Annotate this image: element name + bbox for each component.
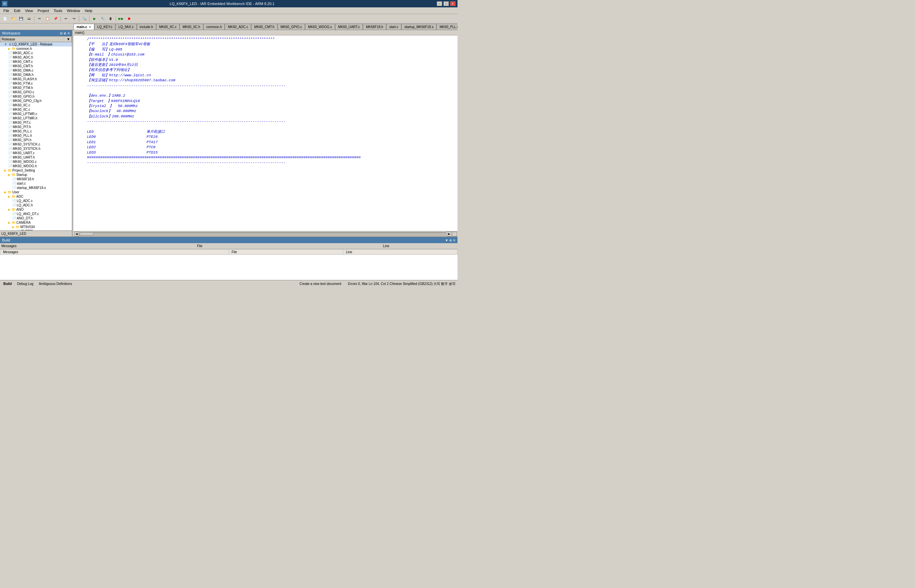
tree-item[interactable]: 📄 MK60_ADC.c bbox=[0, 51, 72, 55]
tree-item[interactable]: 📄 MK60_LPTMR.c bbox=[0, 112, 72, 116]
scroll-track[interactable] bbox=[80, 233, 446, 236]
release-dropdown[interactable]: Release ▼ bbox=[0, 36, 72, 42]
menu-window[interactable]: Window bbox=[65, 8, 82, 13]
tab-mk60-cmt-h[interactable]: MK60_CMT.h bbox=[251, 24, 278, 30]
tab-mk60-gpio-c[interactable]: MK60_GPIO.c bbox=[278, 24, 305, 30]
tree-item[interactable]: 📄 MK60_LPTMR.h bbox=[0, 116, 72, 120]
scroll-right[interactable]: ▶ bbox=[447, 232, 452, 236]
tb-compile[interactable]: ▶ bbox=[91, 15, 98, 23]
menu-help[interactable]: Help bbox=[82, 8, 94, 13]
menu-edit[interactable]: Edit bbox=[12, 8, 23, 13]
tree-item[interactable]: 📄 MK60_UART.c bbox=[0, 151, 72, 155]
minimize-button[interactable]: – bbox=[437, 2, 442, 6]
tree-item[interactable]: ▶ 📁 ADC bbox=[0, 194, 72, 199]
tree-item[interactable]: 📄 MK66F18.h bbox=[0, 177, 72, 181]
tree-item[interactable]: 📄 MK60_DMA.h bbox=[0, 73, 72, 77]
tree-item[interactable]: 📄 MK60_CMT.c bbox=[0, 60, 72, 64]
tab-mk60-iic-h[interactable]: MK60_IIC.h bbox=[179, 24, 203, 30]
close-button[interactable]: ✕ bbox=[450, 2, 455, 6]
tree-item[interactable]: ▶ 📁 Startup bbox=[0, 173, 72, 177]
tree-item[interactable]: 📄 MK60_PIT.c bbox=[0, 120, 72, 125]
tab-ambiguous[interactable]: Ambiguous Definitions bbox=[37, 281, 74, 286]
tb-undo[interactable]: ↩ bbox=[62, 15, 69, 23]
tb-open[interactable]: 📂 bbox=[10, 15, 17, 23]
tree-item[interactable]: 📄 MK60_IIC.c bbox=[0, 103, 72, 107]
tree-item[interactable]: ▶ 📁 common.h bbox=[0, 47, 72, 51]
tab-mk66f18-h[interactable]: MK66F18.h bbox=[363, 24, 386, 30]
menu-project[interactable]: Project bbox=[36, 8, 51, 13]
tree-item[interactable]: ▶ 📁 MT9V034 bbox=[0, 225, 72, 229]
tab-close-main-c[interactable]: ✕ bbox=[89, 26, 91, 29]
scroll-left[interactable]: ◀ bbox=[74, 232, 79, 236]
tab-mk60-wdog-c[interactable]: MK60_WDOG.c bbox=[305, 24, 335, 30]
tree-item[interactable]: 📄 LQ_ADC.c bbox=[0, 199, 72, 203]
scroll-thumb[interactable] bbox=[80, 233, 93, 236]
tree-item[interactable]: 📄 LQ_ANO_DT.c bbox=[0, 212, 72, 216]
tb-redo[interactable]: ↪ bbox=[70, 15, 77, 23]
tab-lq-9ax-c[interactable]: LQ_9AX.c bbox=[115, 24, 137, 30]
tab-build[interactable]: Build bbox=[2, 281, 13, 286]
tab-mk60-iic-c[interactable]: MK60_IIC.c bbox=[156, 24, 179, 30]
tb-cut[interactable]: ✂ bbox=[36, 15, 43, 23]
tab-include-h[interactable]: include.h bbox=[137, 24, 156, 30]
menu-view[interactable]: View bbox=[23, 8, 35, 13]
tree-item[interactable]: 📄 MK60_SYSTICK.c bbox=[0, 142, 72, 147]
tree-item[interactable]: 📄 MK60_CMT.h bbox=[0, 64, 72, 68]
tree-item[interactable]: 📄 MK60_PLL.h bbox=[0, 134, 72, 138]
tree-item[interactable]: 📄 MK60_DMA.c bbox=[0, 68, 72, 73]
tree-item[interactable]: 📄 MK60_WDOG.h bbox=[0, 164, 72, 168]
tab-mk60-uart-c[interactable]: MK60_UART.c bbox=[335, 24, 363, 30]
tree-item[interactable]: 📄 MK60_IIC.c bbox=[0, 107, 72, 112]
tab-debug-log[interactable]: Debug Log bbox=[16, 281, 35, 286]
tree-item[interactable]: ▶ 📁 CAMERA bbox=[0, 220, 72, 225]
tab-lq-key-c[interactable]: LQ_KEY.c bbox=[94, 24, 115, 30]
menu-file[interactable]: File bbox=[2, 8, 11, 13]
file-col: File bbox=[18, 244, 382, 248]
tree-item[interactable]: 📄 ANO_DT.h bbox=[0, 216, 72, 220]
tree-item[interactable]: 📄 startup_MK66F18.s bbox=[0, 186, 72, 190]
tb-copy[interactable]: 📋 bbox=[44, 15, 51, 23]
tree-item[interactable]: 📄 MK60_FLASH.h bbox=[0, 77, 72, 81]
tb-paste[interactable]: 📌 bbox=[52, 15, 59, 23]
tree-item[interactable]: 📄 MK60_SPI.h bbox=[0, 138, 72, 142]
status-right: Errors 0, War Ln 104, Col 2 Chinese Simp… bbox=[348, 282, 455, 286]
menu-tools[interactable]: Tools bbox=[52, 8, 65, 13]
tab-mk60-pll-h[interactable]: MK60_PLL.h bbox=[436, 24, 457, 30]
tab-main-c[interactable]: main.c ✕ bbox=[74, 24, 94, 30]
tree-item[interactable]: 📄 MK60_FTM.h bbox=[0, 86, 72, 90]
tree-item[interactable]: 📄 start.c bbox=[0, 181, 72, 186]
editor-area[interactable]: /***************************************… bbox=[74, 36, 457, 231]
maximize-button[interactable]: □ bbox=[444, 2, 449, 6]
tree-item[interactable]: 📄 MK60_PIT.h bbox=[0, 125, 72, 129]
tree-item[interactable]: ▼ 🖥 LQ_K66FX_LED - Release bbox=[0, 42, 72, 47]
tree-item[interactable]: 📄 MK60_GPIO.c bbox=[0, 90, 72, 94]
toolbar-sep5 bbox=[116, 16, 116, 22]
tb-clean[interactable]: 🗑 bbox=[107, 15, 115, 23]
tree-item[interactable]: 📄 MK60_ADC.h bbox=[0, 55, 72, 60]
tb-saveall[interactable]: 🗂 bbox=[26, 15, 33, 23]
tb-debug[interactable]: ▶▶ bbox=[118, 15, 125, 23]
tb-stop[interactable]: ⏹ bbox=[126, 15, 133, 23]
tree-item[interactable]: 📄 LQ_ADC.h bbox=[0, 203, 72, 207]
tree-item[interactable]: 📄 MK60_UART.h bbox=[0, 155, 72, 160]
tab-common-h[interactable]: common.h bbox=[203, 24, 225, 30]
tab-mk60-adc-c[interactable]: MK60_ADC.c bbox=[225, 24, 251, 30]
tree-item[interactable]: ▶ 📁 ANO bbox=[0, 207, 72, 212]
tree-item[interactable]: 📄 MK60_WDOG.c bbox=[0, 160, 72, 164]
tree-item[interactable]: 📄 MK60_GPIO.h bbox=[0, 94, 72, 99]
tree-item[interactable]: 📄 MK60_SYSTICK.h bbox=[0, 147, 72, 151]
tree-item[interactable]: 📄 MK60_GPIO_Cfg.h bbox=[0, 99, 72, 103]
tb-build[interactable]: 🔧 bbox=[99, 15, 107, 23]
col-messages: Messages bbox=[0, 249, 229, 255]
tb-new[interactable]: 📄 bbox=[2, 15, 9, 23]
tree-item[interactable]: ▶ 📁 User bbox=[0, 190, 72, 194]
code-line: 【busclock】 40.000MHz bbox=[87, 109, 455, 114]
workspace-header: Workspace ⊟ ⊕ ✕ bbox=[0, 30, 72, 36]
tree-item[interactable]: ▶ 📁 Project_Setting bbox=[0, 168, 72, 173]
tab-start-c[interactable]: start.c bbox=[386, 24, 401, 30]
tree-item[interactable]: 📄 MK60_PLL.c bbox=[0, 129, 72, 134]
tab-startup[interactable]: startup_MK66F18.s bbox=[401, 24, 436, 30]
tree-item[interactable]: 📄 MK60_FTM.c bbox=[0, 81, 72, 86]
tb-save[interactable]: 💾 bbox=[18, 15, 25, 23]
tb-find[interactable]: 🔍 bbox=[81, 15, 88, 23]
